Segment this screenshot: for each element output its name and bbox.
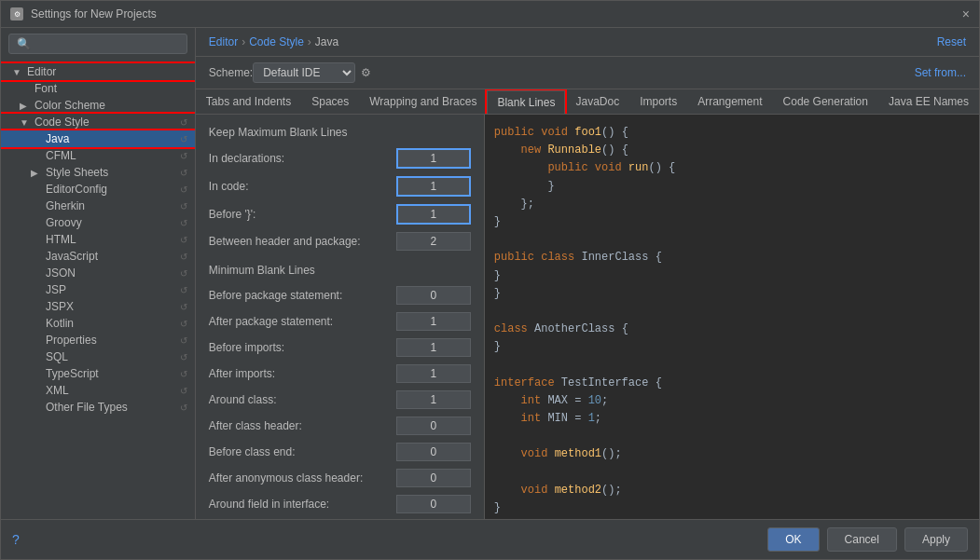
- sidebar-item-xml[interactable]: XML ↺: [1, 382, 195, 399]
- after-anon-class-input[interactable]: [396, 469, 471, 487]
- tab-imports[interactable]: Imports: [629, 89, 687, 114]
- apply-button[interactable]: Apply: [904, 527, 968, 552]
- sidebar-item-label: JSP: [46, 283, 180, 296]
- around-class-input[interactable]: [396, 390, 471, 409]
- sidebar-item-label: Kotlin: [46, 317, 180, 330]
- before-rbrace-input[interactable]: [396, 204, 471, 225]
- sidebar-item-jsp[interactable]: JSP ↺: [1, 281, 195, 298]
- sidebar-item-json[interactable]: JSON ↺: [1, 265, 195, 281]
- sidebar-item-font[interactable]: Font: [1, 80, 195, 97]
- sidebar-item-groovy[interactable]: Groovy ↺: [1, 214, 195, 231]
- scheme-select[interactable]: Default IDE: [253, 62, 355, 83]
- button-group: OK Cancel Apply: [767, 527, 968, 552]
- sidebar-item-cfml[interactable]: CFML ↺: [1, 147, 195, 164]
- ok-button[interactable]: OK: [767, 527, 819, 552]
- after-imports-input[interactable]: [396, 364, 471, 383]
- between-header-package-input[interactable]: [396, 232, 471, 251]
- panel-body: Keep Maximum Blank Lines In declarations…: [196, 115, 979, 519]
- scheme-bar: Scheme: Default IDE ⚙ Set from...: [196, 57, 979, 89]
- sidebar-item-properties[interactable]: Properties ↺: [1, 332, 195, 348]
- breadcrumb-editor[interactable]: Editor: [209, 35, 238, 48]
- reset-icon: ↺: [180, 403, 187, 413]
- before-imports-label: Before imports:: [209, 341, 396, 354]
- sidebar-item-label: Font: [35, 82, 187, 95]
- sidebar-item-jspx[interactable]: JSPX ↺: [1, 298, 195, 315]
- reset-icon: ↺: [180, 369, 187, 379]
- sidebar-item-color-scheme[interactable]: ▶ Color Scheme: [1, 97, 195, 114]
- window-title: Settings for New Projects: [31, 7, 157, 20]
- sidebar-item-label: Color Scheme: [35, 99, 187, 112]
- in-code-label: In code:: [209, 180, 396, 193]
- sidebar-item-typescript[interactable]: TypeScript ↺: [1, 365, 195, 382]
- help-icon[interactable]: ?: [12, 532, 20, 547]
- in-code-input[interactable]: [396, 176, 471, 197]
- code-preview-area: public void foo1() { new Runnable() { pu…: [485, 115, 979, 519]
- tab-code-generation[interactable]: Code Generation: [773, 89, 878, 114]
- sidebar-item-java[interactable]: Java ↺: [1, 130, 195, 147]
- breadcrumb-sep1: ›: [242, 35, 245, 48]
- gear-icon[interactable]: ⚙: [361, 66, 371, 79]
- in-declarations-input[interactable]: [396, 148, 471, 169]
- tab-spaces[interactable]: Spaces: [301, 89, 359, 114]
- before-imports-input[interactable]: [396, 338, 471, 357]
- between-header-package-label: Between header and package:: [209, 235, 396, 248]
- form-row-before-package: Before package statement:: [209, 286, 471, 305]
- sidebar-item-label: Java: [46, 132, 180, 145]
- tab-tabs-indents[interactable]: Tabs and Indents: [196, 89, 301, 114]
- tab-blank-lines[interactable]: Blank Lines: [487, 90, 565, 115]
- reset-icon: ↺: [180, 335, 187, 346]
- around-class-label: Around class:: [209, 393, 396, 406]
- sidebar-item-other-file-types[interactable]: Other File Types ↺: [1, 399, 195, 416]
- title-left: ⚙ Settings for New Projects: [10, 7, 157, 20]
- sidebar-item-label: Gherkin: [46, 199, 180, 212]
- sidebar-item-sql[interactable]: SQL ↺: [1, 348, 195, 365]
- around-field-label: Around field in interface:: [209, 498, 396, 511]
- cancel-button[interactable]: Cancel: [827, 527, 897, 552]
- arrow-icon: ▼: [12, 67, 23, 77]
- bottom-bar: ? OK Cancel Apply: [1, 519, 979, 559]
- title-bar: ⚙ Settings for New Projects ×: [1, 1, 979, 28]
- reset-icon: ↺: [180, 201, 187, 212]
- set-from-link[interactable]: Set from...: [915, 66, 966, 79]
- reset-icon: ↺: [180, 268, 187, 279]
- before-class-end-input[interactable]: [396, 443, 471, 461]
- sidebar-item-javascript[interactable]: JavaScript ↺: [1, 248, 195, 265]
- content-area: 🔍 ▼ Editor Font ▶ Color Scheme ▼: [1, 28, 979, 519]
- breadcrumb-code-style[interactable]: Code Style: [249, 35, 304, 48]
- after-package-input[interactable]: [396, 312, 471, 331]
- sidebar-item-label: Code Style: [35, 116, 180, 129]
- breadcrumb-sep2: ›: [308, 35, 311, 48]
- sidebar-tree: ▼ Editor Font ▶ Color Scheme ▼ Code Styl…: [1, 60, 195, 519]
- tab-java-ee-names[interactable]: Java EE Names: [878, 89, 979, 114]
- before-package-input[interactable]: [396, 286, 471, 305]
- form-row-after-package: After package statement:: [209, 312, 471, 331]
- after-anon-class-label: After anonymous class header:: [209, 471, 396, 485]
- reset-icon: ↺: [180, 386, 187, 396]
- sidebar-item-code-style[interactable]: ▼ Code Style ↺: [1, 114, 195, 130]
- tab-wrapping-braces[interactable]: Wrapping and Braces: [359, 89, 487, 114]
- form-row-after-class-header: After class header:: [209, 417, 471, 435]
- sidebar-item-kotlin[interactable]: Kotlin ↺: [1, 315, 195, 332]
- sidebar-item-label: Properties: [46, 334, 180, 347]
- form-row-around-class: Around class:: [209, 390, 471, 409]
- reset-icon: ↺: [180, 302, 187, 312]
- scheme-row: Scheme: Default IDE ⚙ Set from...: [209, 62, 966, 83]
- after-class-header-input[interactable]: [396, 417, 471, 435]
- reset-icon: ↺: [180, 252, 187, 262]
- tab-javadoc[interactable]: JavaDoc: [565, 89, 629, 114]
- close-button[interactable]: ×: [962, 7, 970, 21]
- sidebar-item-editorconfig[interactable]: EditorConfig ↺: [1, 181, 195, 198]
- search-icon: 🔍: [17, 37, 31, 50]
- reset-icon: ↺: [180, 117, 187, 128]
- tab-arrangement[interactable]: Arrangement: [687, 89, 772, 114]
- sidebar-item-gherkin[interactable]: Gherkin ↺: [1, 198, 195, 214]
- sidebar-item-editor[interactable]: ▼ Editor: [1, 63, 195, 80]
- reset-link[interactable]: Reset: [937, 35, 966, 48]
- sidebar-item-label: Editor: [27, 65, 187, 78]
- sidebar-item-html[interactable]: HTML ↺: [1, 231, 195, 248]
- search-input[interactable]: [35, 37, 179, 50]
- search-box[interactable]: 🔍: [8, 34, 187, 54]
- sidebar-item-label: Other File Types: [46, 401, 180, 414]
- around-field-input[interactable]: [396, 495, 471, 513]
- sidebar-item-style-sheets[interactable]: ▶ Style Sheets ↺: [1, 164, 195, 181]
